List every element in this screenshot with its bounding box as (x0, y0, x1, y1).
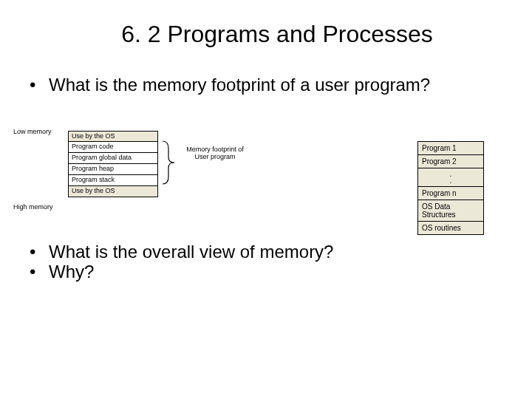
right-cell: Program 1 (418, 142, 483, 155)
bullet-item: • What is the memory footprint of a user… (30, 75, 488, 95)
mem-cell-stack: Program stack (69, 175, 157, 186)
bullet-dot-icon: • (30, 75, 49, 95)
memory-stack: Use by the OS Program code Program globa… (68, 131, 158, 197)
low-memory-label: Low memory (13, 128, 52, 135)
bullet-dot-icon: • (30, 262, 49, 282)
mem-cell-os-top: Use by the OS (69, 132, 157, 143)
diagram-area: Low memory High memory Use by the OS Pro… (0, 109, 532, 234)
right-cell: OS Data Structures (418, 200, 483, 222)
mem-cell-heap: Program heap (69, 164, 157, 175)
right-cell: OS routines (418, 222, 483, 234)
bullet-item: • Why? (30, 262, 488, 282)
ellipsis-icon: .. (418, 168, 483, 187)
brace-icon (161, 140, 177, 185)
bullet-text: Why? (49, 262, 488, 282)
bullet-text: What is the overall view of memory? (49, 242, 488, 262)
bullets-bottom: • What is the overall view of memory? • … (0, 234, 532, 282)
bullets-top: • What is the memory footprint of a user… (0, 48, 532, 95)
right-memory-stack: Program 1 Program 2 .. Program n OS Data… (417, 141, 484, 235)
bullet-item: • What is the overall view of memory? (30, 242, 488, 262)
mem-cell-os-bottom: Use by the OS (69, 186, 157, 197)
mem-cell-global: Program global data (69, 153, 157, 164)
bullet-text: What is the memory footprint of a user p… (49, 75, 488, 95)
slide-title: 6. 2 Programs and Processes (0, 0, 532, 48)
right-cell: Program 2 (418, 155, 483, 168)
bullet-dot-icon: • (30, 242, 49, 262)
high-memory-label: High memory (13, 203, 53, 211)
mem-cell-code: Program code (69, 142, 157, 153)
right-cell: Program n (418, 187, 483, 200)
footprint-label: Memory footprint of User program (182, 146, 248, 161)
